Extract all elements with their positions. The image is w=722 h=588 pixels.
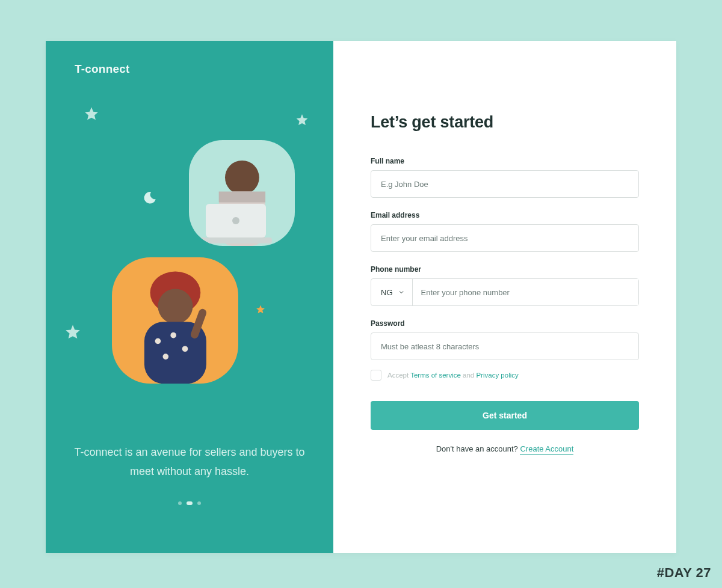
moon-icon <box>142 190 158 206</box>
hero-avatar-2 <box>112 257 238 384</box>
terms-of-service-link[interactable]: Terms of service <box>410 372 461 379</box>
password-label: Password <box>371 319 639 328</box>
svg-rect-5 <box>218 192 265 203</box>
person-icon <box>120 268 231 384</box>
terms-checkbox[interactable] <box>371 370 381 381</box>
hero-avatar-1 <box>189 140 295 246</box>
star-icon <box>83 106 100 123</box>
email-label: Email address <box>371 211 639 219</box>
phone-label: Phone number <box>371 265 639 274</box>
laptop-icon <box>200 201 272 246</box>
brand-logo: T-connect <box>75 63 130 76</box>
get-started-button[interactable]: Get started <box>371 401 639 430</box>
svg-point-11 <box>182 346 188 352</box>
carousel-dot[interactable] <box>197 501 201 505</box>
svg-point-9 <box>155 338 161 344</box>
signup-form: Let’s get started Full name Email addres… <box>333 41 676 553</box>
terms-prefix: Accept <box>387 372 410 379</box>
day-tag: #DAY 27 <box>657 565 711 581</box>
fullname-input[interactable] <box>371 170 639 198</box>
hero-tagline: T-connect is an avenue for sellers and b… <box>70 443 309 481</box>
star-icon <box>64 323 82 341</box>
star-icon <box>255 304 266 315</box>
svg-point-12 <box>162 354 168 360</box>
form-title: Let’s get started <box>371 113 639 132</box>
alt-action-prompt: Don't have an account? <box>436 444 520 453</box>
privacy-policy-link[interactable]: Privacy policy <box>476 372 518 379</box>
password-input[interactable] <box>371 332 639 360</box>
phone-row: NG <box>371 278 639 306</box>
chevron-down-icon <box>398 289 405 296</box>
signup-card: T-connect <box>46 41 676 553</box>
carousel-dot[interactable] <box>187 501 193 505</box>
phone-input[interactable] <box>413 279 639 305</box>
fullname-field: Full name <box>371 157 639 198</box>
alt-action: Don't have an account? Create Account <box>371 444 639 453</box>
svg-point-3 <box>225 161 259 195</box>
svg-point-10 <box>170 332 176 338</box>
country-code-select[interactable]: NG <box>371 279 413 305</box>
terms-text: Accept Terms of service and Privacy poli… <box>387 372 519 379</box>
svg-rect-1 <box>200 237 272 243</box>
email-input[interactable] <box>371 224 639 252</box>
create-account-link[interactable]: Create Account <box>520 444 573 455</box>
phone-field: Phone number NG <box>371 265 639 306</box>
hero-panel: T-connect <box>46 41 333 553</box>
terms-and: and <box>461 372 477 379</box>
email-field: Email address <box>371 211 639 252</box>
carousel-dots <box>46 501 333 505</box>
star-icon <box>295 113 309 127</box>
svg-point-7 <box>158 289 193 323</box>
fullname-label: Full name <box>371 157 639 165</box>
carousel-dot[interactable] <box>178 501 182 505</box>
password-field: Password <box>371 319 639 360</box>
svg-point-2 <box>232 217 239 224</box>
terms-row: Accept Terms of service and Privacy poli… <box>371 370 639 381</box>
country-code-value: NG <box>381 288 393 297</box>
